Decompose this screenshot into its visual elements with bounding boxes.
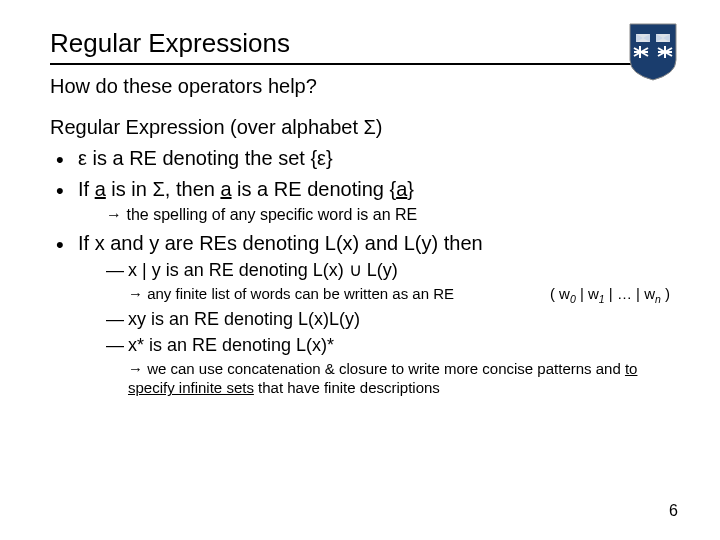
text: ) xyxy=(661,285,670,302)
bullet-xy: If x and y are REs denoting L(x) and L(y… xyxy=(50,230,670,398)
note-finite: any finite list of words can be written … xyxy=(128,284,454,304)
text: is in Σ, then xyxy=(106,178,221,200)
dash-list: xy is an RE denoting L(x)L(y) x* is an R… xyxy=(106,308,670,357)
bullet-symbol: If a is in Σ, then a is a RE denoting {a… xyxy=(50,176,670,226)
underline-a: a xyxy=(95,178,106,200)
section-heading: Regular Expression (over alphabet Σ) xyxy=(50,116,670,139)
dash-union: x | y is an RE denoting L(x) ∪ L(y) xyxy=(106,259,670,282)
text: If xyxy=(78,178,95,200)
text: that have finite descriptions xyxy=(254,379,440,396)
bullet-epsilon: ε is a RE denoting the set {ε} xyxy=(50,145,670,172)
note-concise: we can use concatenation & closure to wr… xyxy=(128,359,670,398)
example-words: ( w0 | w1 | … | wn ) xyxy=(530,284,670,306)
text: } xyxy=(407,178,414,200)
main-list: ε is a RE denoting the set {ε} If a is i… xyxy=(50,145,670,398)
slide: Regular Expressions How do these operato… xyxy=(0,0,720,540)
slide-subtitle: How do these operators help? xyxy=(50,75,670,98)
dash-star: x* is an RE denoting L(x)* xyxy=(106,334,670,357)
title-divider xyxy=(50,63,670,65)
text: is a RE denoting { xyxy=(232,178,397,200)
shield-logo-icon xyxy=(628,22,678,82)
underline-a: a xyxy=(220,178,231,200)
dash-concat: xy is an RE denoting L(x)L(y) xyxy=(106,308,670,331)
note-finite-row: any finite list of words can be written … xyxy=(128,284,670,306)
slide-title: Regular Expressions xyxy=(50,28,670,59)
text: | w xyxy=(576,285,599,302)
dash-list: x | y is an RE denoting L(x) ∪ L(y) xyxy=(106,259,670,282)
text: ( w xyxy=(550,285,570,302)
text: we can use concatenation & closure to wr… xyxy=(147,360,625,377)
text: If x and y are REs denoting L(x) and L(y… xyxy=(78,232,483,254)
note-spelling: the spelling of any specific word is an … xyxy=(106,204,670,226)
page-number: 6 xyxy=(669,502,678,520)
underline-a: a xyxy=(396,178,407,200)
text: | … | w xyxy=(605,285,655,302)
